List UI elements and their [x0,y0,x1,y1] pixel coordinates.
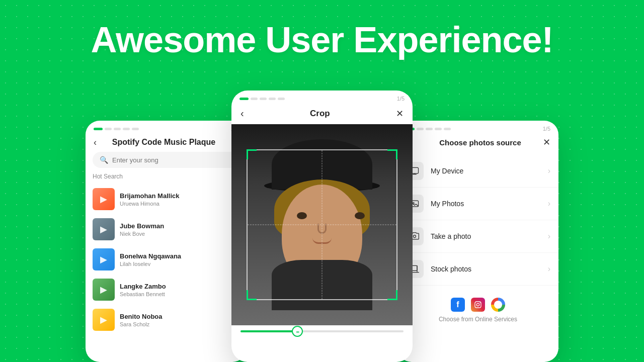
source-item-stock[interactable]: Stock photos › [397,253,558,286]
slider-thumb[interactable] [292,326,303,337]
slider-track[interactable] [240,330,404,332]
page-indicator-right: 1/5 [543,126,550,132]
song-artist-2: Niek Bove [120,231,232,237]
song-item-3[interactable]: ▶ Bonelwa Ngqawana Lilah Ioselev › [86,244,247,275]
center-dot-2 [251,98,258,100]
crop-corner-bl[interactable] [247,290,257,300]
crop-title: Crop [310,109,330,119]
song-info-3: Bonelwa Ngqawana Lilah Ioselev [120,252,232,267]
camera-label: Take a photo [431,232,548,240]
dot-2 [105,128,112,130]
left-header-dots: 1/5 [86,121,247,134]
right-header-dots: 1/5 [397,121,558,134]
source-items: My Device › My Photos › [397,153,558,288]
song-info-5: Benito Noboa Sara Scholz [120,313,232,327]
source-item-camera[interactable]: Take a photo › [397,220,558,253]
camera-chevron: › [548,232,550,241]
dot-active [94,128,103,130]
slider-fill [240,330,297,332]
song-item-2[interactable]: ▶ Jube Bowman Niek Bove › [86,214,247,244]
song-name-4: Langke Zambo [120,283,232,290]
source-item-photos[interactable]: My Photos › [397,188,558,220]
dot-3 [114,128,121,130]
song-info-2: Jube Bowman Niek Bove [120,222,232,237]
search-icon: 🔍 [100,156,108,164]
thumb-4: ▶ [93,279,115,301]
back-button-center[interactable]: ‹ [240,108,244,119]
online-services: f Choose from Online Services [397,288,558,333]
online-icons: f [406,298,550,312]
crop-vline [322,150,323,299]
right-dot-4 [435,128,442,130]
crop-image-area [231,124,413,325]
song-artist-3: Lilah Ioselev [120,261,232,267]
source-title: Choose photos source [418,138,543,147]
thumb-2: ▶ [93,218,115,240]
spotify-nav: ‹ Spotify Code Music Plaque ✕ [86,134,247,152]
song-name-1: Brijamohan Mallick [120,192,232,200]
search-input[interactable] [112,156,232,164]
svg-point-3 [414,235,416,238]
gd-inner [494,301,502,309]
thumb-3: ▶ [93,248,115,270]
crop-corner-br[interactable] [387,290,397,300]
instagram-icon[interactable] [471,298,485,312]
person-photo [231,124,413,325]
device-chevron: › [548,166,550,175]
song-name-2: Jube Bowman [120,222,232,230]
svg-rect-5 [475,302,481,308]
song-item-4[interactable]: ▶ Langke Zambo Sebastian Bennett › [86,275,247,305]
svg-point-7 [479,303,480,303]
right-dot-3 [426,128,433,130]
song-name-5: Benito Noboa [120,313,232,320]
source-nav: Choose photos source ✕ [397,134,558,153]
dot-4 [123,128,130,130]
online-label: Choose from Online Services [406,316,550,323]
phone-left: 1/5 ‹ Spotify Code Music Plaque ✕ 🔍 Hot … [86,121,247,362]
thumb-5: ▶ [93,309,115,331]
svg-point-6 [476,303,479,306]
crop-slider-area [231,325,413,337]
source-item-device[interactable]: My Device › [397,155,558,188]
thumb-1: ▶ [93,188,115,210]
dot-5 [132,128,139,130]
close-button-right[interactable]: ✕ [543,137,550,148]
song-list: ▶ Brijamohan Mallick Uruewa Himona › ▶ J… [86,184,247,335]
song-name-3: Bonelwa Ngqawana [120,252,232,260]
hot-search-label: Hot Search [86,173,247,184]
phone-right: 1/5 Choose photos source ✕ My Device › [397,121,558,362]
crop-corner-tl[interactable] [247,149,257,159]
song-artist-1: Uruewa Himona [120,201,232,207]
photos-chevron: › [548,199,550,208]
device-label: My Device [431,167,548,175]
center-progress-dots [239,98,285,100]
center-header-dots: 1/5 [231,90,413,104]
center-dot-1 [239,98,249,100]
page-indicator-center: 1/5 [397,96,405,102]
song-info-1: Brijamohan Mallick Uruewa Himona [120,192,232,207]
song-artist-5: Sara Scholz [120,321,232,327]
crop-corner-tr[interactable] [387,149,397,159]
song-info-4: Langke Zambo Sebastian Bennett [120,283,232,297]
right-dot-2 [417,128,424,130]
song-item-5[interactable]: ▶ Benito Noboa Sara Scholz › [86,305,247,335]
stock-label: Stock photos [431,265,548,273]
photos-label: My Photos [431,200,548,208]
phones-container: 1/5 ‹ Spotify Code Music Plaque ✕ 🔍 Hot … [45,90,599,362]
search-box[interactable]: 🔍 [93,152,239,168]
right-dot-5 [444,128,451,130]
progress-dots [94,128,139,130]
crop-box[interactable] [247,149,397,300]
center-dot-3 [260,98,267,100]
center-dot-4 [269,98,276,100]
headline: Awesome User Experience! [0,20,644,60]
back-button-left[interactable]: ‹ [94,137,97,148]
stock-chevron: › [548,264,550,274]
close-button-center[interactable]: ✕ [396,108,404,119]
google-drive-icon[interactable] [491,298,505,312]
song-artist-4: Sebastian Bennett [120,291,232,297]
center-dot-5 [278,98,285,100]
spotify-title: Spotify Code Music Plaque [112,138,215,147]
song-item-1[interactable]: ▶ Brijamohan Mallick Uruewa Himona › [86,184,247,214]
facebook-icon[interactable]: f [451,298,465,312]
